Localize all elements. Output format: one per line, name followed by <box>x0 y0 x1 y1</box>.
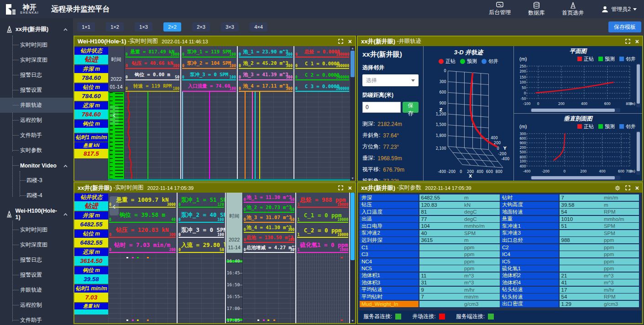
sidebar-item[interactable]: 实时时间图 <box>0 37 73 52</box>
param-block: 井深 m 784.60 <box>74 65 108 83</box>
svg-text:500: 500 <box>519 150 526 154</box>
realtime-param-table: 井深6482.55m钻时7min/m钻压120.83kN大钩高度39.58m入口… <box>359 194 641 308</box>
sidebar-video-item[interactable]: 四楼-4 <box>0 188 73 203</box>
plan-view-plot: 250 200 150 100 50 0 -50 -100 0 200 400 … <box>516 63 635 107</box>
param-block: 悬重 kN <box>74 303 108 315</box>
sidebar-item[interactable]: 实时深度图 <box>0 237 73 252</box>
sidebar-item[interactable]: 远程控制 <box>0 298 73 313</box>
collapse-arrow-overlay[interactable]: ‹ <box>110 196 119 215</box>
close-icon[interactable]: × <box>635 185 639 191</box>
param-label: 平均钻速 <box>360 287 419 293</box>
param-value: 54RPM <box>560 209 639 215</box>
curve-header: 0 C_1 = 0.0000 100000 <box>294 58 350 69</box>
svg-text:-400: -400 <box>501 157 509 161</box>
expand-icon[interactable] <box>625 39 630 44</box>
param-value: 120.83kN <box>419 202 500 208</box>
sidebar-item[interactable]: 文件助手 <box>0 313 73 325</box>
svg-text:800: 800 <box>519 155 526 159</box>
curve-header: 0 泵冲_1 = 51 SPM 120 <box>178 193 225 208</box>
sidebar-item[interactable]: 实时深度图 <box>0 52 73 68</box>
trajectory-body: xx井(新井眼) 选择邻井 选择 防碰距离(米) 保存 测深:2182.24m <box>358 46 642 181</box>
expand-icon[interactable] <box>338 185 343 190</box>
user-menu[interactable]: 管理员2 <box>601 5 637 13</box>
save-template-button[interactable]: 保存模板 <box>608 21 641 32</box>
save-button[interactable]: 保存 <box>403 102 419 113</box>
sidebar-item[interactable]: 井眼轨迹 <box>0 98 73 113</box>
param-label: C3 <box>360 251 419 257</box>
param-label: 泵冲速2 <box>360 230 419 236</box>
svg-text:Z: Z <box>440 107 443 112</box>
layout-button[interactable]: 2×3 <box>192 22 210 31</box>
sidebar-item[interactable]: 远程控制 <box>0 113 73 128</box>
curve-header: 1 总烃 = 988 ppm 10000 <box>296 193 349 208</box>
scroll-up-icon[interactable]: ▲ <box>351 46 354 51</box>
expand-icon[interactable] <box>338 39 343 44</box>
close-icon[interactable]: × <box>635 38 639 45</box>
sidebar-video-item[interactable]: 四楼-3 <box>0 173 73 188</box>
svg-text:0: 0 <box>537 102 539 106</box>
svg-text:1,200: 1,200 <box>436 112 446 116</box>
layout-button[interactable]: 2×2 <box>163 22 181 31</box>
panel-header: xx井(新井眼) -实时参数 2022-11-14 17:05:39 × <box>358 183 642 193</box>
sidebar-item[interactable]: 实时参数 <box>0 143 73 158</box>
sidebar-item[interactable]: 井眼轨迹 <box>0 283 73 298</box>
track-plot <box>178 253 225 323</box>
param-value: 6482.55m <box>419 194 500 201</box>
offset-well-select[interactable]: 选择 <box>362 74 419 86</box>
scroll-down-icon[interactable]: ▼ <box>351 319 354 323</box>
status-indicator <box>395 314 401 320</box>
vertical-scrollbar[interactable]: ▼ <box>350 193 355 323</box>
svg-text:-200: -200 <box>498 152 506 156</box>
gear-icon[interactable] <box>615 185 620 191</box>
panel-header: Wei-H100(Hole-1) -实时时间图 2022-01-14 11:46… <box>74 37 355 46</box>
curve-header: 0 泵冲_3 = 0 SPM 100 <box>181 69 237 80</box>
sidebar-item[interactable]: 报警日志 <box>0 68 73 83</box>
topbar: 神开 SHENKAI 远程录井监控平台 后台管理 数据库 <box>0 0 644 18</box>
layout-button[interactable]: 1×2 <box>106 22 124 31</box>
scroll-thumb[interactable] <box>351 51 355 77</box>
scroll-thumb[interactable] <box>351 193 355 260</box>
expand-icon[interactable] <box>625 185 630 190</box>
sidebar-item[interactable]: 实时时间图 <box>0 222 73 237</box>
page-title: 远程录井监控平台 <box>51 5 110 14</box>
collapse-arrow-overlay[interactable]: ‹ <box>110 105 119 125</box>
layout-button[interactable]: 3×3 <box>221 22 239 31</box>
param-block: 钻时1 min/m 7.03 <box>74 285 108 302</box>
curve-header: 0 池_1 = 11.30 m^3 50 <box>243 193 296 203</box>
param-label: IC4 <box>500 251 559 257</box>
menu-well-select[interactable]: 首页选井 <box>562 2 584 17</box>
param-block: 钻位 m 784.60 <box>74 84 108 101</box>
svg-text:600: 600 <box>604 102 611 106</box>
scroll-down-icon[interactable]: ▼ <box>351 176 354 181</box>
sidebar-item-monitor-video[interactable]: Monitor Video <box>0 158 73 173</box>
sidebar-well-xx[interactable]: xx井(新井眼) <box>0 21 73 37</box>
section-vertical-scrollbar[interactable] <box>636 131 640 175</box>
horizontal-scrollbar[interactable] <box>108 179 350 181</box>
svg-text:1,500: 1,500 <box>436 123 446 127</box>
curve-header: 0 池_4 = 41.30 m^3 300 <box>243 223 296 233</box>
sidebar-well-wei-h100[interactable]: Wei-H100(Hole-1) <box>0 206 73 222</box>
param-label: 池体积4 <box>500 279 559 286</box>
close-icon[interactable]: × <box>348 185 352 191</box>
plan-vertical-scrollbar[interactable] <box>636 63 640 107</box>
status-indicator <box>488 314 494 320</box>
sidebar-item[interactable]: 报警日志 <box>0 252 73 267</box>
section-horizontal-scrollbar[interactable] <box>530 176 620 180</box>
param-value: ppm <box>419 265 500 272</box>
plan-horizontal-scrollbar[interactable] <box>530 108 620 112</box>
sidebar-item[interactable]: 报警设置 <box>0 83 73 98</box>
menu-database[interactable]: 数据库 <box>528 2 545 17</box>
vertical-scrollbar[interactable]: ▲ ▼ <box>350 46 355 181</box>
anticollision-distance-input[interactable] <box>362 102 401 113</box>
layout-button[interactable]: 1×3 <box>135 22 152 31</box>
svg-text:-400: -400 <box>438 170 446 174</box>
menu-admin[interactable]: 后台管理 <box>489 2 511 16</box>
curve-header: 0 泵冲_1 = 119 SPM 100 <box>181 46 237 58</box>
sidebar-item[interactable]: 报警设置 <box>0 267 73 283</box>
layout-button[interactable]: 4×4 <box>250 22 267 31</box>
layout-button[interactable]: 1×1 <box>77 22 95 31</box>
param-label: NC5 <box>360 265 419 272</box>
time-label: 17:05 <box>227 318 240 323</box>
sidebar-item[interactable]: 文件助手 <box>0 128 73 143</box>
close-icon[interactable]: × <box>348 38 352 45</box>
